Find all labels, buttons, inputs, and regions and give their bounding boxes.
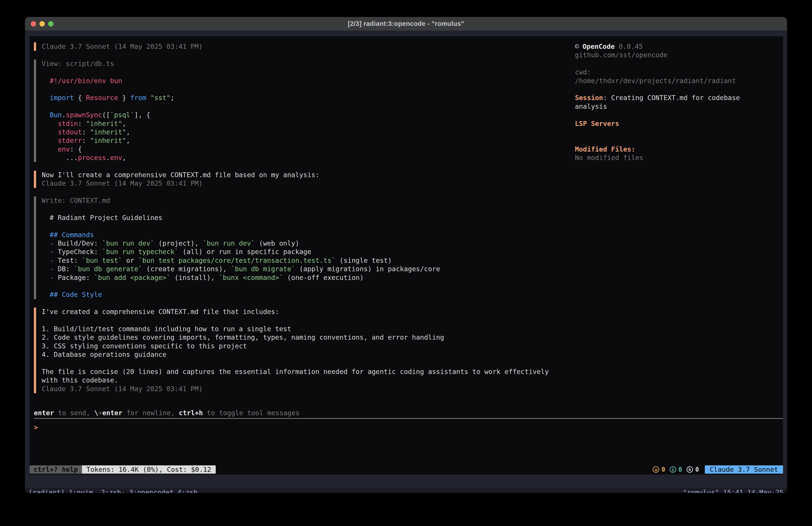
session-line: Session: Creating CONTEXT.md for codebas…	[575, 94, 753, 111]
chat-line: 2. Code style guidelines covering import…	[42, 333, 549, 342]
warn-icon: w	[653, 466, 659, 473]
modified-files-empty: No modified files	[575, 154, 753, 162]
opencode-logo-icon: ©	[575, 43, 579, 51]
tool-output-block: View: script/db.ts #!/usr/bin/env bun im…	[34, 59, 549, 162]
terminal-window: [2/3] radiant:3:opencode - "romulus" Cla…	[25, 17, 787, 493]
input-separator	[34, 418, 783, 419]
info-icon: i	[670, 466, 676, 473]
chat-gap	[34, 188, 549, 196]
chat-line	[42, 205, 549, 213]
chat-line: - Test: `bun test` or `bun test packages…	[42, 256, 549, 265]
traffic-lights	[31, 17, 54, 30]
chat-line: ## Code Style	[42, 290, 549, 299]
chat-line	[42, 282, 549, 290]
chat-line: Bun.spawnSync([`psql`], {	[42, 111, 549, 119]
chat-line	[42, 188, 549, 196]
tool-output-block: Write: CONTEXT.md # Radiant Project Guid…	[34, 196, 549, 299]
help-chip: ctrl+? help	[30, 465, 82, 474]
chat-line: - Package: `bun add <package>` (install)…	[42, 273, 549, 282]
lsp-servers-heading: LSP Servers	[575, 119, 753, 128]
chat-line: Claude 3.7 Sonnet (14 May 2025 03:41 PM)	[42, 179, 549, 188]
tmux-windows-list[interactable]: [radiant] 1:nvim 2:zsh- 3:opencode* 4:zs…	[29, 488, 198, 493]
chat-line: import { Resource } from "sst";	[42, 94, 549, 102]
chat-line: ...process.env,	[42, 154, 549, 162]
status-bar: ctrl+? help Tokens: 16.4K (8%), Cost: $0…	[30, 465, 783, 474]
chat-log: Claude 3.7 Sonnet (14 May 2025 03:41 PM)…	[30, 42, 549, 393]
assistant-message-block: Claude 3.7 Sonnet (14 May 2025 03:41 PM)	[34, 42, 549, 51]
tmux-host-time: "romulus" 15:41 14-May-25	[683, 488, 783, 493]
session-label: Session	[575, 94, 603, 102]
prompt-marker: >	[34, 424, 38, 431]
model-badge: Claude 3.7 Sonnet	[705, 465, 783, 474]
assistant-message-block: I've created a comprehensive CONTEXT.md …	[34, 308, 549, 393]
chat-gap	[34, 299, 549, 308]
chat-line: - DB: `bun db generate` (create migratio…	[42, 265, 549, 273]
chat-line: stdout: "inherit",	[42, 128, 549, 137]
chat-line	[42, 359, 549, 367]
chat-line: I've created a comprehensive CONTEXT.md …	[42, 308, 549, 316]
screen: { "window": { "title": "[2/3] radiant:3:…	[0, 0, 812, 526]
cwd-label: cwd:	[575, 68, 595, 76]
chat-line: View: script/db.ts	[42, 59, 549, 68]
app-header: ©OpenCode0.0.45	[575, 42, 753, 51]
chat-line	[42, 162, 549, 171]
chat-line: # Radiant Project Guidelines	[42, 214, 549, 222]
chat-line: ## Commands	[42, 231, 549, 239]
close-button[interactable]	[31, 21, 36, 27]
chat-line: 4. Database operations guidance	[42, 350, 549, 359]
tmux-status-bar: [radiant] 1:nvim 2:zsh- 3:opencode* 4:zs…	[25, 488, 787, 493]
window-title: [2/3] radiant:3:opencode - "romulus"	[348, 20, 464, 27]
chat-line: Write: CONTEXT.md	[42, 196, 549, 205]
chat-line: stdin: "inherit",	[42, 119, 549, 128]
modified-files-heading: Modified Files:	[575, 145, 753, 154]
chat-line: Claude 3.7 Sonnet (14 May 2025 03:41 PM)	[42, 385, 549, 393]
chat-line: Now I'll create a comprehensive CONTEXT.…	[42, 171, 549, 179]
opencode-tui: Claude 3.7 Sonnet (14 May 2025 03:41 PM)…	[30, 36, 783, 474]
chat-line: The file is concise (20 lines) and captu…	[42, 368, 549, 376]
cwd-line: cwd: /home/thdxr/dev/projects/radiant/ra…	[575, 68, 753, 85]
chat-line	[42, 102, 549, 111]
assistant-message-block: Now I'll create a comprehensive CONTEXT.…	[34, 171, 549, 188]
repo-link: github.com/sst/opencode	[575, 51, 753, 59]
chat-line: stderr: "inherit",	[42, 137, 549, 145]
sidebar: ©OpenCode0.0.45 github.com/sst/opencode …	[575, 42, 753, 162]
app-version: 0.0.45	[619, 43, 643, 51]
chat-line: Claude 3.7 Sonnet (14 May 2025 03:41 PM)	[42, 42, 549, 51]
minimize-button[interactable]	[40, 21, 45, 27]
chat-gap	[34, 162, 549, 171]
diagnostics: w0i0h0	[653, 466, 699, 473]
chat-line: - TypeCheck: `bun run typecheck` (all) o…	[42, 247, 549, 256]
chat-line: with this codebase.	[42, 376, 549, 384]
chat-line: env: {	[42, 145, 549, 154]
diagnostic-warn: w0	[653, 466, 665, 473]
chat-line	[42, 85, 549, 94]
chat-line: 3. CSS styling conventions specific to t…	[42, 342, 549, 350]
zoom-button[interactable]	[48, 21, 54, 27]
app-name: OpenCode	[582, 43, 615, 51]
hint-icon: h	[686, 466, 693, 473]
chat-line: #!/usr/bin/env bun	[42, 77, 549, 85]
chat-line: - Build/Dev: `bun run dev` (project), `b…	[42, 239, 549, 247]
chat-line: 1. Build/lint/test commands including ho…	[42, 325, 549, 333]
chat-gap	[34, 51, 549, 59]
chat-line	[42, 316, 549, 325]
chat-line	[42, 51, 549, 59]
diagnostic-info: i0	[670, 466, 682, 473]
input-hints: enter to send, \+enter for newline, ctrl…	[34, 409, 300, 417]
message-input[interactable]: >	[34, 423, 783, 432]
chat-line	[42, 68, 549, 76]
cwd-value: /home/thdxr/dev/projects/radiant/radiant	[575, 77, 736, 85]
chat-line	[42, 222, 549, 230]
tokens-cost-chip: Tokens: 16.4K (8%), Cost: $0.12	[82, 465, 216, 474]
chat-line	[42, 299, 549, 308]
titlebar: [2/3] radiant:3:opencode - "romulus"	[25, 17, 787, 30]
diagnostic-hint: h0	[686, 466, 699, 473]
